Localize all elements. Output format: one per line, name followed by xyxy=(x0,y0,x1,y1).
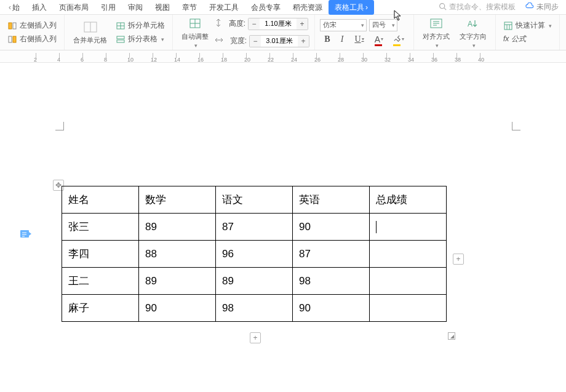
font-name-select[interactable]: 仿宋 xyxy=(320,19,367,31)
bold-button[interactable]: B xyxy=(320,33,335,46)
table-row[interactable]: 张三898790 xyxy=(62,214,447,241)
insert-col-left[interactable]: 左侧插入列 xyxy=(5,19,59,33)
text-direction-button[interactable]: A 文字方向 xyxy=(456,16,490,49)
table-cell[interactable]: 90 xyxy=(293,295,370,322)
search-icon xyxy=(439,2,447,12)
width-spinner[interactable]: − + xyxy=(249,35,309,47)
table-cell[interactable]: 89 xyxy=(139,214,216,241)
menu-页面布局[interactable]: 页面布局 xyxy=(53,0,95,15)
table-row[interactable]: 麻子909890 xyxy=(62,295,447,322)
table-cell[interactable]: 87 xyxy=(293,241,370,268)
grades-table[interactable]: 姓名数学语文英语总成绩张三898790李四889687王二898998麻子909… xyxy=(62,186,447,322)
ruler-tick xyxy=(293,53,293,58)
table-cell[interactable]: 87 xyxy=(216,214,293,241)
svg-rect-2 xyxy=(9,23,12,29)
split-cells-button[interactable]: 拆分单元格 xyxy=(113,19,167,33)
table-header-cell[interactable]: 语文 xyxy=(216,186,293,214)
menu-始[interactable]: 始 xyxy=(2,0,26,15)
menu-插入[interactable]: 插入 xyxy=(26,0,53,15)
table-cell[interactable]: 麻子 xyxy=(62,295,139,322)
horizontal-ruler[interactable] xyxy=(0,50,566,63)
ruler-tick xyxy=(106,53,106,58)
split-table-button[interactable]: 拆分表格 xyxy=(113,33,167,46)
svg-line-1 xyxy=(444,7,446,9)
table-header-cell[interactable]: 数学 xyxy=(139,186,216,214)
table-cell[interactable]: 89 xyxy=(216,268,293,295)
command-search[interactable]: 查找命令、搜索模板 xyxy=(434,2,520,12)
align-label: 对齐方式 xyxy=(423,32,450,41)
menu-引用[interactable]: 引用 xyxy=(95,0,122,15)
insert-left-icon xyxy=(7,21,17,31)
table-header-cell[interactable]: 英语 xyxy=(293,186,370,214)
group-insert-rc: 左侧插入列 右侧插入列 xyxy=(0,15,65,50)
height-spinner[interactable]: − + xyxy=(248,18,308,30)
insert-col-right[interactable]: 右侧插入列 xyxy=(5,33,59,46)
sync-status[interactable]: 未同步 xyxy=(520,2,564,12)
align-button[interactable]: 对齐方式 xyxy=(419,16,453,49)
height-decrease[interactable]: − xyxy=(249,18,260,30)
table-cell[interactable] xyxy=(370,214,447,241)
autofit-button[interactable]: 自动调整 xyxy=(178,16,212,49)
menu-视图[interactable]: 视图 xyxy=(149,0,176,15)
ruler-tick xyxy=(480,53,480,58)
menu-会员专享[interactable]: 会员专享 xyxy=(245,0,287,15)
italic-button[interactable]: I xyxy=(335,33,349,46)
formula-button[interactable]: fx 公式 xyxy=(501,33,554,46)
split-table-label: 拆分表格 xyxy=(128,34,157,44)
height-input[interactable] xyxy=(260,18,297,30)
font-size-select[interactable]: 四号 xyxy=(369,19,397,31)
table-cell[interactable]: 李四 xyxy=(62,241,139,268)
table-cell[interactable]: 98 xyxy=(293,268,370,295)
table-cell[interactable]: 张三 xyxy=(62,214,139,241)
ruler-tick xyxy=(340,53,340,58)
group-font: 仿宋 四号 B I U A xyxy=(315,15,414,50)
table-cell[interactable]: 90 xyxy=(293,214,370,241)
underline-button[interactable]: U xyxy=(349,33,369,46)
menu-稻壳资源[interactable]: 稻壳资源 xyxy=(287,0,329,15)
height-label: 高度: xyxy=(225,18,245,29)
add-column-button[interactable]: + xyxy=(453,254,464,265)
insert-left-label: 左侧插入列 xyxy=(20,20,57,31)
width-input[interactable] xyxy=(261,35,298,47)
menu-bar: 始插入页面布局引用审阅视图章节开发工具会员专享稻壳资源 表格工具 查找命令、搜索… xyxy=(0,0,566,15)
document-canvas[interactable]: ✥ 姓名数学语文英语总成绩张三898790李四889687王二898998麻子9… xyxy=(0,63,566,392)
merge-label: 合并单元格 xyxy=(73,36,107,45)
svg-rect-4 xyxy=(9,36,12,42)
table-header-cell[interactable]: 总成绩 xyxy=(370,186,447,214)
table-header-row[interactable]: 姓名数学语文英语总成绩 xyxy=(62,186,447,214)
paragraph-tag-icon[interactable] xyxy=(18,228,33,240)
table-header-cell[interactable]: 姓名 xyxy=(62,186,139,214)
table-cell[interactable] xyxy=(370,241,447,268)
height-increase[interactable]: + xyxy=(297,18,308,30)
width-decrease[interactable]: − xyxy=(250,35,261,47)
menu-开发工具[interactable]: 开发工具 xyxy=(203,0,245,15)
table-cell[interactable]: 王二 xyxy=(62,268,139,295)
split-cells-label: 拆分单元格 xyxy=(128,20,165,31)
font-color-button[interactable]: A xyxy=(369,33,389,46)
highlight-button[interactable] xyxy=(389,33,409,46)
table-cell[interactable]: 96 xyxy=(216,241,293,268)
group-align: 对齐方式 A 文字方向 xyxy=(414,15,496,50)
col-width-control: 宽度: − + xyxy=(215,34,309,49)
menu-章节[interactable]: 章节 xyxy=(176,0,203,15)
table-cell[interactable] xyxy=(370,295,447,322)
font-name-value: 仿宋 xyxy=(323,20,337,30)
menu-table-tools[interactable]: 表格工具 xyxy=(329,0,374,15)
table-cell[interactable]: 98 xyxy=(216,295,293,322)
width-increase[interactable]: + xyxy=(298,35,309,47)
align-icon xyxy=(429,16,444,31)
table-cell[interactable]: 89 xyxy=(139,268,216,295)
group-merge: 合并单元格 拆分单元格 拆分表格 xyxy=(65,15,173,50)
table-row[interactable]: 李四889687 xyxy=(62,241,447,268)
menu-审阅[interactable]: 审阅 xyxy=(122,0,149,15)
quick-calc-button[interactable]: 快速计算 xyxy=(501,19,554,33)
merge-icon xyxy=(83,20,98,34)
ruler-tick xyxy=(363,53,364,58)
ruler-tick xyxy=(153,53,153,58)
table-resize-handle[interactable] xyxy=(448,332,455,340)
table-cell[interactable] xyxy=(370,268,447,295)
table-cell[interactable]: 88 xyxy=(139,241,216,268)
add-row-button[interactable]: + xyxy=(250,332,261,343)
table-row[interactable]: 王二898998 xyxy=(62,268,447,295)
table-cell[interactable]: 90 xyxy=(139,295,216,322)
